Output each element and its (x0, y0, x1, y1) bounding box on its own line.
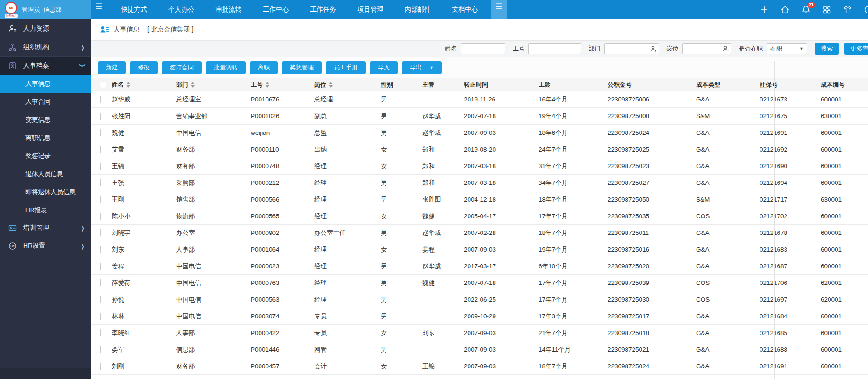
dept-picker-person-add-icon[interactable] (650, 45, 657, 52)
row-checkbox[interactable] (100, 163, 101, 170)
topnav-item-1[interactable]: 个人办公 (158, 0, 205, 19)
cell-2: P0003074 (251, 313, 314, 320)
sidebar-subitem-2-3[interactable]: 离职信息 (0, 129, 91, 147)
sidebar-subitem-2-2[interactable]: 变更信息 (0, 111, 91, 129)
row-checkbox[interactable] (100, 229, 101, 236)
table-row[interactable]: 刘刚财务部P0000457会计女王锦2007-09-0318年7个月223098… (91, 358, 868, 375)
sidebar-item-3[interactable]: 培训管理❯ (0, 219, 91, 237)
sidebar-item-2[interactable]: 人事档案❯ (0, 57, 91, 75)
cell-4: 男 (381, 179, 422, 187)
post-picker-person-add-icon[interactable] (722, 45, 729, 52)
table-row[interactable]: 刘东人事部P0001064经理女姜程2007-09-0319年7个月223098… (91, 241, 868, 258)
table-row[interactable]: 魏健中国电信weijian总监男赵华威2007-09-0318年6个月22309… (91, 125, 868, 141)
table-row[interactable]: 赵华威总经理室P0010676总经理男2019-11-2616年4个月22309… (91, 91, 868, 108)
row-checkbox[interactable] (100, 346, 101, 353)
row-checkbox[interactable] (100, 146, 101, 153)
row-checkbox[interactable] (100, 179, 101, 186)
row-checkbox[interactable] (100, 213, 101, 220)
status-select[interactable]: 在职 ▼ (767, 43, 807, 54)
row-checkbox[interactable] (100, 363, 101, 370)
row-checkbox[interactable] (100, 246, 101, 253)
empno-filter-input[interactable] (528, 43, 581, 54)
toolbar-button-1[interactable]: 修改 (130, 61, 158, 74)
row-checkbox[interactable] (100, 129, 101, 136)
row-checkbox[interactable] (100, 113, 101, 120)
row-checkbox[interactable] (100, 296, 101, 303)
search-button[interactable]: 搜索 (815, 43, 839, 55)
cell-8: 223098725020 (608, 263, 696, 270)
cell-2: P0000748 (251, 163, 314, 170)
topnav-item-3[interactable]: 工作中心 (252, 0, 299, 19)
table-header-row: 姓名部门工号岗位性别主管转正时间工龄公积金号成本类型社保号成本编号 (91, 78, 868, 91)
table-row[interactable]: 陈小小物流部P0000565经理女魏健2005-04-1717年7个月22309… (91, 208, 868, 225)
sidebar-subitem-2-6[interactable]: 即将退休人员信息 (0, 183, 91, 201)
help-icon[interactable] (864, 5, 868, 14)
theme-shirt-icon[interactable] (843, 5, 852, 14)
sidebar-subitem-2-5[interactable]: 退休人员信息 (0, 165, 91, 183)
name-filter-input[interactable] (461, 43, 505, 54)
table-row[interactable]: 王刚销售部P0000566经理男张胜阳2004-12-1818年7个月22309… (91, 191, 868, 208)
table-row[interactable]: 刘晓宇办公室P0000902办公室主任男赵华威2007-02-2818年7个月2… (91, 225, 868, 241)
sidebar-item-1[interactable]: 组织机构❯ (0, 38, 91, 57)
notifications-bell-icon[interactable]: 21 (801, 5, 811, 14)
table-row[interactable]: 林琳中国电信P0003074专员男2009-10-2917年3个月2230987… (91, 308, 868, 325)
sidebar-item-0[interactable]: 人力资源 (0, 19, 91, 38)
column-header-label: 公积金号 (608, 81, 632, 89)
row-checkbox[interactable] (100, 196, 101, 203)
toolbar-button-7[interactable]: 导入 (370, 61, 398, 74)
column-header-2[interactable]: 工号 (251, 81, 314, 89)
toolbar-button-3[interactable]: 批量调转 (206, 61, 246, 74)
table-row[interactable]: 姜程中国电信P0000023经理男赵华威2017-03-176年10个月2230… (91, 258, 868, 275)
sidebar-subitem-2-1[interactable]: 人事合同 (0, 93, 91, 111)
cell-6: 2007-03-18 (464, 179, 539, 186)
column-header-1[interactable]: 部门 (176, 81, 251, 89)
apps-grid-icon[interactable] (822, 5, 831, 14)
row-checkbox[interactable] (100, 329, 101, 336)
row-checkbox[interactable] (100, 279, 101, 286)
topnav-item-2[interactable]: 审批流转 (205, 0, 252, 19)
home-icon[interactable] (780, 5, 790, 14)
more-modules-icon[interactable]: ☰ (491, 0, 507, 19)
topnav-item-5[interactable]: 项目管理 (347, 0, 394, 19)
table-row[interactable]: 娄军信息部P0001446网管男2007-09-0314年11个月2230987… (91, 341, 868, 358)
topnav-item-0[interactable]: 快捷方式 (110, 0, 158, 19)
toolbar-button-8[interactable]: 导出...▼ (402, 61, 442, 74)
chevron-down-icon: ▼ (430, 65, 434, 70)
toolbar-button-0[interactable]: 新建 (98, 61, 126, 74)
more-search-button[interactable]: 更多查询 (844, 43, 868, 55)
row-checkbox[interactable] (100, 96, 101, 103)
table-row[interactable]: 王锦财务部P0000748经理女郑和2007-03-1831年7个月223098… (91, 158, 868, 175)
table-row[interactable]: 李晓红人事部P0000422专员女刘东2007-09-0321年7个月22309… (91, 325, 868, 341)
menu-toggle-icon[interactable]: ☰ (91, 0, 107, 19)
sidebar-subitem-2-7[interactable]: HR报表 (0, 201, 91, 219)
table-row[interactable]: 张胜阳营销事业部P0001026副总男赵华威2007-07-1819年4个月22… (91, 108, 868, 125)
sidebar-subitem-2-0[interactable]: 人事信息 (0, 75, 91, 93)
topnav-item-4[interactable]: 工作任务 (299, 0, 347, 19)
toolbar-button-4[interactable]: 离职 (250, 61, 278, 74)
table-row[interactable]: 王强采购部P0000212经理男郑和2007-03-1834年7个月223098… (91, 175, 868, 191)
sidebar-subitem-2-4[interactable]: 奖惩记录 (0, 147, 91, 165)
row-checkbox[interactable] (100, 313, 101, 320)
row-checkbox[interactable] (100, 263, 101, 270)
topnav-item-7[interactable]: 文档中心 (441, 0, 488, 19)
cell-6: 2007-03-18 (464, 163, 539, 170)
toolbar-button-6[interactable]: 员工手册 (326, 61, 366, 74)
sort-icon[interactable] (329, 82, 333, 88)
sort-icon[interactable] (266, 82, 269, 88)
cell-11: 630001 (821, 196, 868, 203)
cell-7: 34年7个月 (539, 179, 608, 187)
toolbar-button-5[interactable]: 奖惩管理 (282, 61, 322, 74)
topnav-item-6[interactable]: 内部邮件 (394, 0, 441, 19)
toolbar-button-2[interactable]: 签订合同 (162, 61, 202, 74)
column-header-3[interactable]: 岗位 (314, 81, 381, 89)
select-all-checkbox[interactable] (100, 82, 106, 88)
add-icon[interactable] (760, 5, 769, 14)
column-header-0[interactable]: 姓名 (112, 81, 176, 89)
table-row[interactable]: 薛爱荷中国电信P0000763经理男魏健2007-07-1817年7个月2230… (91, 275, 868, 291)
sort-icon[interactable] (191, 82, 195, 88)
table-row[interactable]: 孙悦中国电信P0000563经理男2022-06-2517年7个月2230987… (91, 291, 868, 308)
sidebar-item-4[interactable]: HRHR设置❯ (0, 237, 91, 255)
cell-1: 信息部 (176, 346, 251, 354)
sort-icon[interactable] (127, 82, 130, 88)
table-row[interactable]: 艾雪财务部P0000110出纳女郑和2019-08-2024年7个月223098… (91, 141, 868, 158)
